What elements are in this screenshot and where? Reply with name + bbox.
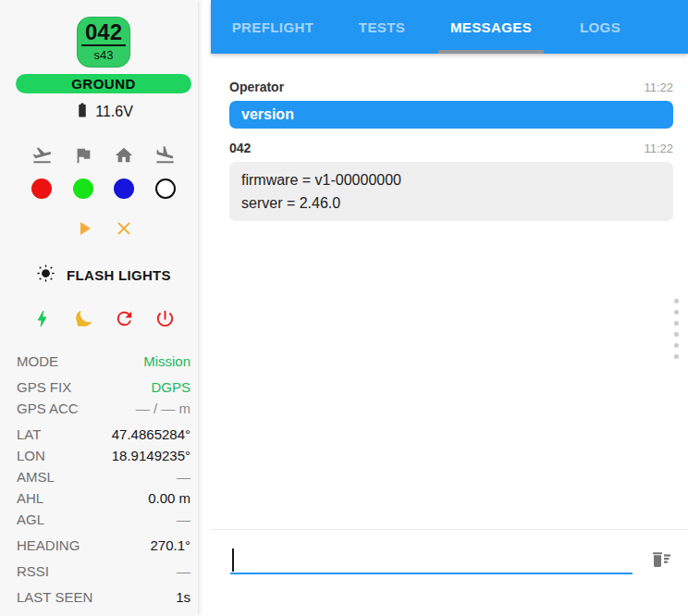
message-header: Operator 11:22 <box>229 80 673 94</box>
telemetry-label: MODE <box>17 351 58 372</box>
led-green-button[interactable] <box>73 179 93 199</box>
tab-preflight[interactable]: PREFLIGHT <box>218 0 327 54</box>
play-icon <box>73 217 95 240</box>
message-text: version <box>241 106 294 122</box>
telemetry-value: Mission <box>143 351 190 372</box>
tab-label: PREFLIGHT <box>232 19 314 35</box>
tab-tests[interactable]: TESTS <box>327 0 436 54</box>
land-button[interactable] <box>154 144 176 166</box>
x-icon <box>114 218 134 239</box>
message-text-line: firmware = v1-00000000 <box>241 168 661 191</box>
handle-dot <box>674 321 679 326</box>
telemetry-value: 0.00 m <box>148 487 190 509</box>
telemetry-label: AMSL <box>17 466 55 487</box>
telemetry-row-lastseen: LAST SEEN 1s <box>17 586 190 608</box>
drone-sub-id: s43 <box>78 48 129 62</box>
drag-handle-dots[interactable] <box>672 297 681 361</box>
command-input[interactable] <box>230 547 633 574</box>
handle-dot <box>674 343 679 348</box>
handle-dot <box>674 299 679 303</box>
flash-lights-button[interactable]: FLASH LIGHTS <box>36 264 171 287</box>
tab-logs[interactable]: LOGS <box>546 0 655 54</box>
telemetry-value: — <box>177 466 190 487</box>
moon-sleep-icon <box>72 307 95 330</box>
telemetry-row-gpsacc: GPS ACC — / — m <box>17 398 190 419</box>
telemetry-value: 47.4865284° <box>112 424 190 445</box>
flag-icon <box>73 145 93 166</box>
telemetry-label: LAST SEEN <box>17 586 92 608</box>
clear-messages-button[interactable] <box>647 548 673 573</box>
sleep-button[interactable] <box>72 307 95 330</box>
drone-detail-sidebar: 042 s43 GROUND 11.6V <box>0 0 198 616</box>
telemetry-label: AGL <box>17 509 44 530</box>
message-list: Operator 11:22 version 042 11:22 firmwar… <box>211 54 688 221</box>
cancel-mission-button[interactable] <box>114 218 134 239</box>
led-blue-button[interactable] <box>114 179 134 199</box>
telemetry-table: MODE Mission GPS FIX DGPS GPS ACC — / — … <box>17 351 190 608</box>
telemetry-label: GPS ACC <box>17 398 79 419</box>
message-text-line: server = 2.46.0 <box>241 191 661 215</box>
battery-voltage: 11.6V <box>95 104 133 120</box>
handle-dot <box>674 332 679 337</box>
led-off-button[interactable] <box>155 179 176 199</box>
command-input-wrap <box>230 547 633 574</box>
led-color-row <box>31 179 176 199</box>
drone-status-label: GROUND <box>71 76 136 92</box>
handle-dot <box>674 310 679 314</box>
message-bubble-outgoing: version <box>229 101 673 129</box>
reboot-button[interactable] <box>114 308 135 329</box>
mission-control-row <box>73 217 134 240</box>
telemetry-row-amsl: AMSL — <box>17 466 190 487</box>
message-timestamp: 11:22 <box>644 80 673 94</box>
telemetry-row-gpsfix: GPS FIX DGPS <box>17 376 190 398</box>
message-sender: Operator <box>229 80 284 94</box>
tab-label: TESTS <box>359 19 405 35</box>
telemetry-row-heading: HEADING 270.1° <box>17 535 190 556</box>
drone-messages-panel: PREFLIGHT TESTS MESSAGES LOGS Operator 1… <box>211 0 688 616</box>
lightning-bolt-icon <box>31 308 53 329</box>
battery-icon <box>74 102 91 122</box>
telemetry-label: LAT <box>17 424 41 445</box>
telemetry-row-rssi: RSSI — <box>17 561 190 582</box>
message-timestamp: 11:22 <box>644 142 673 155</box>
telemetry-value: 18.9149235° <box>112 445 190 466</box>
tab-bar: PREFLIGHT TESTS MESSAGES LOGS <box>211 0 688 54</box>
telemetry-label: HEADING <box>17 535 80 556</box>
sidebar-content: 042 s43 GROUND 11.6V <box>17 17 190 608</box>
battery-indicator: 11.6V <box>74 102 133 122</box>
home-icon <box>114 145 134 166</box>
flight-takeoff-icon <box>31 144 53 166</box>
start-mission-button[interactable] <box>73 217 95 240</box>
telemetry-row-lat: LAT 47.4865284° <box>17 424 190 445</box>
telemetry-row-mode: MODE Mission <box>17 351 190 372</box>
return-home-button[interactable] <box>114 145 134 166</box>
mission-flag-button[interactable] <box>73 145 93 166</box>
message-sender: 042 <box>229 141 251 155</box>
power-action-row <box>31 307 176 330</box>
power-icon <box>154 308 176 329</box>
text-caret <box>232 548 234 572</box>
tab-label: MESSAGES <box>450 19 532 35</box>
handle-dot <box>674 354 679 359</box>
telemetry-label: AHL <box>17 487 43 509</box>
drone-id-badge[interactable]: 042 s43 <box>77 17 130 68</box>
telemetry-value: DGPS <box>151 376 190 398</box>
telemetry-row-lon: LON 18.9149235° <box>17 445 190 466</box>
message-bubble-incoming: firmware = v1-00000000 server = 2.46.0 <box>229 162 673 221</box>
telemetry-value: 1s <box>176 586 190 608</box>
takeoff-button[interactable] <box>31 144 53 166</box>
led-red-button[interactable] <box>31 179 52 199</box>
telemetry-value: 270.1° <box>150 535 190 556</box>
shutdown-button[interactable] <box>154 308 176 329</box>
delete-sweep-icon <box>647 548 673 573</box>
drone-id: 042 <box>81 20 126 46</box>
telemetry-row-ahl: AHL 0.00 m <box>17 487 190 509</box>
flash-lights-label: FLASH LIGHTS <box>67 267 171 283</box>
drone-status-pill[interactable]: GROUND <box>16 74 191 93</box>
telemetry-value: — <box>177 561 190 582</box>
command-composer <box>211 529 688 616</box>
wakeup-button[interactable] <box>31 308 53 329</box>
telemetry-label: GPS FIX <box>17 376 71 398</box>
telemetry-row-agl: AGL — <box>17 509 190 530</box>
tab-messages[interactable]: MESSAGES <box>436 0 546 54</box>
